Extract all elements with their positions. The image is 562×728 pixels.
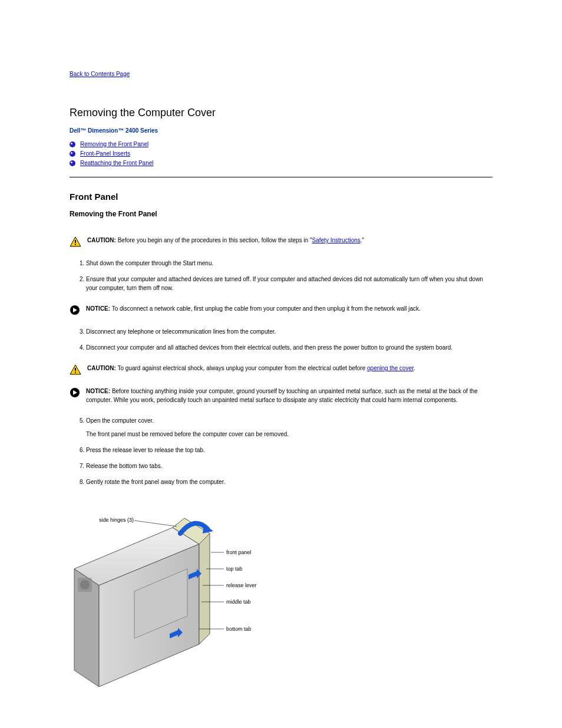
steps-list-3: Open the computer cover. The front panel… (86, 416, 492, 486)
step-3: Disconnect any telephone or telecommunic… (86, 327, 492, 336)
svg-marker-18 (203, 524, 213, 533)
step-5-note: The front panel must be removed before t… (86, 430, 492, 439)
caution-callout-2: CAUTION: To guard against electrical sho… (70, 364, 492, 375)
toc-link-front-panel-inserts[interactable]: Front-Panel Inserts (80, 150, 130, 157)
notice-text: NOTICE: To disconnect a network cable, f… (86, 304, 421, 313)
product-subtitle: Dell™ Dimension™ 2400 Series (70, 127, 492, 134)
notice-callout-2: NOTICE: Before touching anything inside … (70, 387, 492, 404)
svg-marker-17 (199, 533, 210, 644)
toc-item: Removing the Front Panel (70, 141, 492, 147)
caution-text-2: CAUTION: To guard against electrical sho… (87, 364, 415, 373)
caution-icon (70, 364, 81, 375)
step-1: Shut down the computer through the Start… (86, 259, 492, 268)
label-bottom-tab: bottom tab (226, 626, 252, 632)
caution-text: CAUTION: Before you begin any of the pro… (87, 236, 364, 245)
bullet-icon (70, 141, 75, 147)
bullet-icon (70, 151, 75, 157)
label-front-panel: front panel (226, 549, 252, 555)
opening-cover-link[interactable]: opening the cover (367, 365, 414, 371)
toc-item: Reattaching the Front Panel (70, 160, 492, 166)
divider (70, 177, 492, 177)
back-to-contents-link[interactable]: Back to Contents Page (70, 71, 492, 77)
step-8: Gently rotate the front panel away from … (86, 477, 492, 486)
safety-instructions-link[interactable]: Safety Instructions (312, 237, 361, 243)
subsection-title: Removing the Front Panel (70, 210, 492, 218)
steps-list-2: Disconnect any telephone or telecommunic… (86, 327, 492, 352)
diagram-container: side hinges (3) front panel top tab rele… (70, 498, 492, 703)
svg-point-14 (80, 580, 90, 589)
label-top-tab: top tab (226, 566, 243, 572)
label-release-lever: release lever (226, 582, 257, 588)
label-side-hinges: side hinges (3) (99, 517, 134, 523)
svg-rect-1 (75, 240, 76, 243)
notice-icon (70, 387, 80, 398)
caution-icon (70, 236, 81, 247)
step-6: Press the release lever to release the t… (86, 446, 492, 454)
svg-rect-7 (75, 372, 76, 373)
step-2: Ensure that your computer and attached d… (86, 275, 492, 292)
toc-link-reattaching-front-panel[interactable]: Reattaching the Front Panel (80, 160, 154, 166)
caution-callout: CAUTION: Before you begin any of the pro… (70, 236, 492, 247)
step-4: Disconnect your computer and all attache… (86, 343, 492, 352)
toc-item: Front-Panel Inserts (70, 150, 492, 157)
page-title: Removing the Computer Cover (70, 107, 492, 119)
section-title: Front Panel (70, 192, 492, 202)
computer-diagram: side hinges (3) front panel top tab rele… (70, 498, 264, 701)
table-of-contents: Removing the Front Panel Front-Panel Ins… (70, 141, 492, 166)
svg-line-21 (134, 521, 177, 526)
toc-link-removing-front-panel[interactable]: Removing the Front Panel (80, 141, 148, 147)
svg-rect-6 (75, 368, 76, 371)
notice-icon (70, 305, 80, 315)
label-middle-tab: middle tab (226, 599, 251, 605)
notice-callout: NOTICE: To disconnect a network cable, f… (70, 304, 492, 315)
bullet-icon (70, 160, 75, 166)
notice-text-2: NOTICE: Before touching anything inside … (86, 387, 492, 404)
steps-list-1: Shut down the computer through the Start… (86, 259, 492, 292)
step-7: Release the bottom two tabs. (86, 462, 492, 470)
step-5: Open the computer cover. The front panel… (86, 416, 492, 439)
svg-rect-2 (75, 244, 76, 245)
